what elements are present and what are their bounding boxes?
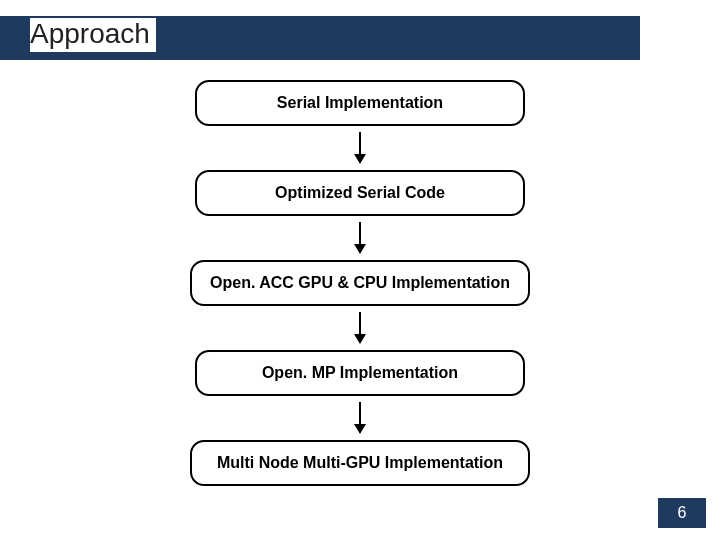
step-openmp: Open. MP Implementation <box>195 350 525 396</box>
arrow-down-icon <box>354 222 366 254</box>
step-openacc: Open. ACC GPU & CPU Implementation <box>190 260 530 306</box>
slide-title: Approach <box>30 18 156 52</box>
page-number: 6 <box>658 498 706 528</box>
flowchart: Serial Implementation Optimized Serial C… <box>0 80 720 486</box>
arrow-down-icon <box>354 132 366 164</box>
arrow-down-icon <box>354 312 366 344</box>
step-serial-implementation: Serial Implementation <box>195 80 525 126</box>
step-optimized-serial: Optimized Serial Code <box>195 170 525 216</box>
step-multi-node: Multi Node Multi-GPU Implementation <box>190 440 530 486</box>
slide: Approach Serial Implementation Optimized… <box>0 0 720 540</box>
arrow-down-icon <box>354 402 366 434</box>
